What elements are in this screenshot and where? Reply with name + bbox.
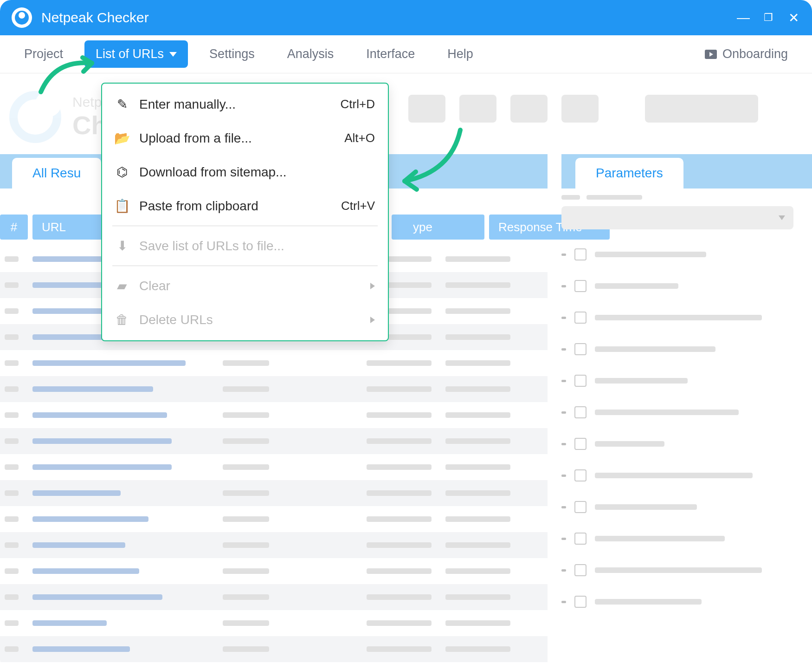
menu-help[interactable]: Help <box>436 40 484 68</box>
table-row[interactable] <box>0 636 548 662</box>
menu-onboarding[interactable]: Onboarding <box>694 40 799 68</box>
table-row[interactable] <box>0 532 548 558</box>
param-row[interactable] <box>561 397 803 428</box>
maximize-button[interactable]: ❐ <box>761 11 775 25</box>
checkbox-icon[interactable] <box>574 343 586 355</box>
app-logo-icon <box>12 7 32 28</box>
dropdown-delete-urls: 🗑 Delete URLs <box>102 303 388 337</box>
checkbox-icon[interactable] <box>574 533 586 545</box>
annotation-arrow-icon <box>36 55 101 97</box>
table-row[interactable] <box>0 350 548 376</box>
table-row[interactable] <box>0 558 548 584</box>
table-row[interactable] <box>0 402 548 428</box>
checkbox-icon[interactable] <box>574 596 586 608</box>
checkbox-icon[interactable] <box>574 564 586 576</box>
param-row[interactable] <box>561 333 803 365</box>
menu-interface[interactable]: Interface <box>355 40 426 68</box>
checkbox-icon[interactable] <box>574 248 586 260</box>
eraser-icon: ▰ <box>115 278 129 293</box>
toolbar-placeholders <box>408 95 758 123</box>
dropdown-enter-manually[interactable]: ✎ Enter manually... Ctrl+D <box>102 87 388 121</box>
th-type[interactable]: ype <box>392 215 484 240</box>
dropdown-paste-clipboard[interactable]: 📋 Paste from clipboard Ctrl+V <box>102 189 388 223</box>
checkbox-icon[interactable] <box>574 312 586 324</box>
checkbox-icon[interactable] <box>574 406 586 418</box>
folder-open-icon: 📂 <box>115 130 129 146</box>
checkbox-icon[interactable] <box>574 469 586 481</box>
menubar: Project List of URLs Settings Analysis I… <box>0 35 812 73</box>
chevron-right-icon <box>370 317 375 323</box>
param-row[interactable] <box>561 365 803 397</box>
tab-all-results[interactable]: All Resu <box>12 158 101 189</box>
menu-settings[interactable]: Settings <box>198 40 266 68</box>
parameters-search[interactable] <box>561 206 793 229</box>
param-row[interactable] <box>561 460 803 491</box>
param-row[interactable] <box>561 302 803 333</box>
menu-analysis[interactable]: Analysis <box>276 40 345 68</box>
param-row[interactable] <box>561 270 803 302</box>
download-icon: ⬇ <box>115 238 129 254</box>
checkbox-icon[interactable] <box>574 438 586 450</box>
titlebar: Netpeak Checker — ❐ ✕ <box>0 0 812 35</box>
table-row[interactable] <box>0 610 548 636</box>
toolbar-button[interactable] <box>561 95 599 123</box>
app-brand: Netpe Ch <box>9 91 110 143</box>
clipboard-icon: 📋 <box>115 198 129 214</box>
toolbar-dropdown[interactable] <box>645 95 758 123</box>
tab-parameters[interactable]: Parameters <box>575 158 683 189</box>
table-row[interactable] <box>0 428 548 454</box>
param-row[interactable] <box>561 239 803 270</box>
table-row[interactable] <box>0 584 548 610</box>
checkbox-icon[interactable] <box>574 280 586 292</box>
chevron-right-icon <box>370 283 375 289</box>
brand-logo-icon <box>9 91 61 143</box>
list-of-urls-dropdown: ✎ Enter manually... Ctrl+D 📂 Upload from… <box>101 83 389 341</box>
table-row[interactable] <box>0 506 548 532</box>
window-title: Netpeak Checker <box>41 10 736 26</box>
checkbox-icon[interactable] <box>574 375 586 387</box>
toolbar-button[interactable] <box>408 95 445 123</box>
parameters-panel <box>561 195 803 618</box>
dropdown-upload-file[interactable]: 📂 Upload from a file... Alt+O <box>102 121 388 155</box>
annotation-arrow-icon <box>395 125 470 200</box>
dropdown-download-sitemap[interactable]: ⌬ Download from sitemap... <box>102 155 388 189</box>
th-number[interactable]: # <box>0 215 28 240</box>
dropdown-save-list: ⬇ Save list of URLs to file... <box>102 229 388 263</box>
table-row[interactable] <box>0 376 548 402</box>
checkbox-icon[interactable] <box>574 501 586 513</box>
param-row[interactable] <box>561 523 803 554</box>
table-row[interactable] <box>0 454 548 480</box>
toolbar-button[interactable] <box>510 95 548 123</box>
toolbar-button[interactable] <box>459 95 496 123</box>
chevron-down-icon <box>169 52 177 57</box>
trash-icon: 🗑 <box>115 312 129 327</box>
param-row[interactable] <box>561 586 803 618</box>
table-row[interactable] <box>0 480 548 506</box>
dropdown-clear: ▰ Clear <box>102 269 388 303</box>
sitemap-icon: ⌬ <box>115 164 129 180</box>
edit-icon: ✎ <box>115 97 129 112</box>
param-row[interactable] <box>561 554 803 586</box>
param-row[interactable] <box>561 428 803 460</box>
minimize-button[interactable]: — <box>736 11 750 25</box>
param-row[interactable] <box>561 491 803 523</box>
close-button[interactable]: ✕ <box>786 11 800 25</box>
video-icon <box>705 50 717 59</box>
